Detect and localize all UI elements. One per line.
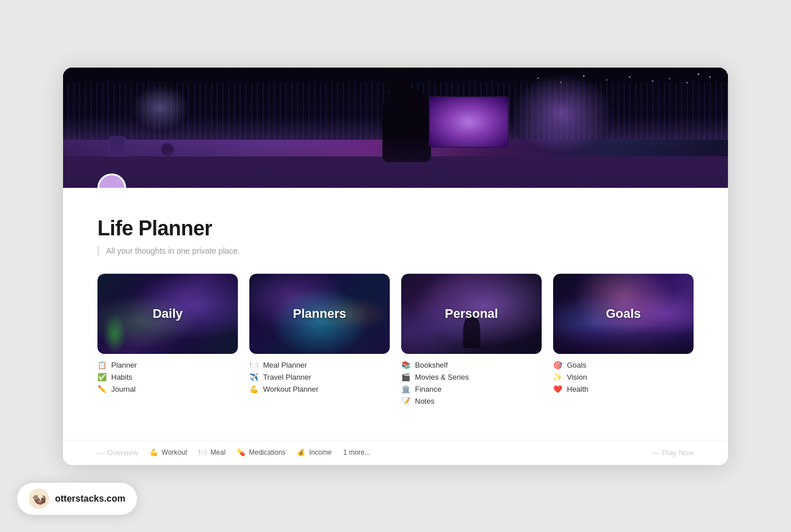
content-area: Life Planner All your thoughts in one pr…: [63, 188, 728, 440]
workout-icon: 💪: [249, 385, 259, 393]
travel-label: Travel Planner: [263, 373, 311, 381]
card-daily-image: Daily: [97, 274, 238, 354]
bookshelf-label: Bookshelf: [415, 361, 448, 369]
watermark-text: otterstacks.com: [55, 494, 126, 504]
card-personal[interactable]: Personal 📚 Bookshelf 🎬 Movies & Series 🏛…: [401, 274, 542, 405]
habits-label: Habits: [111, 373, 132, 381]
travel-icon: ✈️: [249, 373, 259, 381]
card-goals-subitems: 🎯 Goals ✨ Vision ❤️ Health: [553, 361, 694, 393]
page-title: Life Planner: [97, 216, 694, 241]
sub-item-habits[interactable]: ✅ Habits: [97, 373, 238, 381]
toolbar-medications-label: Medications: [249, 448, 285, 456]
finance-label: Finance: [415, 385, 441, 393]
page-container: Life Planner All your thoughts in one pr…: [63, 68, 728, 465]
vision-label: Vision: [567, 373, 587, 381]
meal-label: Meal Planner: [263, 361, 307, 369]
sub-item-goals[interactable]: 🎯 Goals: [553, 361, 694, 369]
sub-item-meal[interactable]: 🍽️ Meal Planner: [249, 361, 390, 369]
toolbar-overview-divider: — Overview: [97, 448, 138, 457]
sub-item-health[interactable]: ❤️ Health: [553, 385, 694, 393]
sub-item-planner[interactable]: 📋 Planner: [97, 361, 238, 369]
card-personal-subitems: 📚 Bookshelf 🎬 Movies & Series 🏛️ Finance…: [401, 361, 542, 405]
sub-item-finance[interactable]: 🏛️ Finance: [401, 385, 542, 393]
page-subtitle: All your thoughts in one private place.: [97, 246, 694, 255]
toolbar-play-divider: — Play Now: [652, 448, 694, 457]
goals-label: Goals: [567, 361, 586, 369]
toolbar-income-label: Income: [309, 448, 331, 456]
planner-label: Planner: [111, 361, 137, 369]
sub-item-vision[interactable]: ✨ Vision: [553, 373, 694, 381]
toolbar-workout-icon: 💪: [150, 448, 158, 456]
toolbar-medications-icon: 💊: [237, 448, 245, 456]
journal-icon: ✏️: [97, 385, 107, 393]
card-daily-subitems: 📋 Planner ✅ Habits ✏️ Journal: [97, 361, 238, 393]
bookshelf-icon: 📚: [401, 361, 410, 369]
workout-label: Workout Planner: [263, 385, 319, 393]
health-icon: ❤️: [553, 385, 562, 393]
vision-icon: ✨: [553, 373, 562, 381]
toolbar-more-items[interactable]: 1 more...: [343, 448, 370, 456]
card-planners-label: Planners: [293, 306, 346, 321]
toolbar-more-label: 1 more...: [343, 448, 370, 456]
journal-label: Journal: [111, 385, 136, 393]
toolbar-meal-icon: 🍽️: [198, 448, 207, 456]
card-planners-image: Planners: [249, 274, 390, 354]
meal-icon: 🍽️: [249, 361, 259, 369]
finance-icon: 🏛️: [401, 385, 410, 393]
toolbar-play-label: Play Now: [662, 448, 694, 457]
sub-item-notes[interactable]: 📝 Notes: [401, 397, 542, 405]
bottom-toolbar: — Overview 💪 Workout 🍽️ Meal 💊 Medicatio…: [63, 440, 728, 465]
movies-label: Movies & Series: [415, 373, 469, 381]
toolbar-item-income[interactable]: 💰 Income: [297, 448, 331, 456]
card-goals[interactable]: Goals 🎯 Goals ✨ Vision ❤️ Health: [553, 274, 694, 405]
sub-item-workout[interactable]: 💪 Workout Planner: [249, 385, 390, 393]
toolbar-meal-label: Meal: [210, 448, 225, 456]
sub-item-travel[interactable]: ✈️ Travel Planner: [249, 373, 390, 381]
sub-item-bookshelf[interactable]: 📚 Bookshelf: [401, 361, 542, 369]
notes-label: Notes: [415, 397, 434, 405]
sub-item-journal[interactable]: ✏️ Journal: [97, 385, 238, 393]
goals-icon: 🎯: [553, 361, 562, 369]
card-planners[interactable]: Planners 🍽️ Meal Planner ✈️ Travel Plann…: [249, 274, 390, 405]
notes-icon: 📝: [401, 397, 410, 405]
watermark-logo-icon: 🦦: [32, 492, 46, 506]
health-label: Health: [567, 385, 589, 393]
movies-icon: 🎬: [401, 373, 410, 381]
toolbar-income-icon: 💰: [297, 448, 306, 456]
card-goals-label: Goals: [606, 306, 641, 321]
hero-banner: [63, 68, 728, 188]
card-planners-subitems: 🍽️ Meal Planner ✈️ Travel Planner 💪 Work…: [249, 361, 390, 393]
toolbar-workout-label: Workout: [162, 448, 187, 456]
card-personal-image: Personal: [401, 274, 542, 354]
card-personal-label: Personal: [445, 306, 498, 321]
sub-item-movies[interactable]: 🎬 Movies & Series: [401, 373, 542, 381]
toolbar-item-workout[interactable]: 💪 Workout: [150, 448, 187, 456]
watermark-logo: 🦦: [29, 488, 49, 509]
card-daily[interactable]: Daily 📋 Planner ✅ Habits ✏️ Journal: [97, 274, 238, 405]
habits-icon: ✅: [97, 373, 107, 381]
toolbar-item-medications[interactable]: 💊 Medications: [237, 448, 285, 456]
card-goals-image: Goals: [553, 274, 694, 354]
watermark: 🦦 otterstacks.com: [17, 483, 137, 515]
cards-grid: Daily 📋 Planner ✅ Habits ✏️ Journal: [97, 274, 694, 405]
card-daily-label: Daily: [152, 306, 183, 321]
toolbar-overview-label: Overview: [107, 448, 138, 457]
planner-icon: 📋: [97, 361, 107, 369]
toolbar-item-meal[interactable]: 🍽️ Meal: [198, 448, 225, 456]
